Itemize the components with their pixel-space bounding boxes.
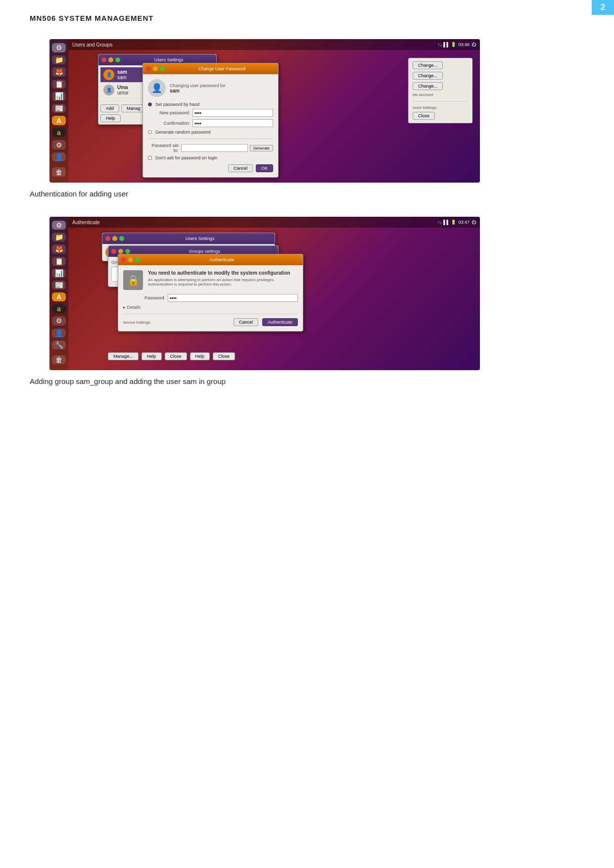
close-btn-gs[interactable] — [111, 249, 116, 254]
taskbar-icon-system[interactable]: ⚙ — [52, 140, 66, 149]
help-button-2[interactable]: Help — [142, 352, 162, 360]
auth-lock-icon: 🔒 — [123, 270, 143, 290]
user-info-sam: sam sam — [117, 69, 127, 80]
help-button-3[interactable]: Help — [190, 352, 210, 360]
top-bar-right-2: ↑↓ ▌▌ 🔋 03:47 ⏻ — [438, 220, 476, 225]
password-set-to-input[interactable] — [181, 144, 248, 152]
manage-groups-button[interactable]: Manage... — [108, 352, 139, 360]
new-password-input[interactable] — [192, 109, 273, 117]
set-by-hand-row: Set password by hand — [148, 102, 273, 107]
cancel-button-pwd[interactable]: Cancel — [228, 164, 253, 172]
change-button-1[interactable]: Change... — [413, 61, 443, 69]
min-btn-us2[interactable] — [112, 236, 117, 241]
confirmation-input[interactable] — [192, 119, 273, 127]
changing-for-user: sam — [170, 88, 227, 94]
taskbar-icon-spreadsheet[interactable]: 📊 — [52, 92, 66, 101]
max-btn-pwd[interactable] — [160, 66, 165, 71]
top-bar-title-1: Users and Groups — [72, 42, 112, 48]
groups-window-title: Groups settings — [134, 249, 275, 254]
change-pwd-body: 👤 Changing user password for: sam Set pa… — [143, 74, 278, 177]
min-btn-gs[interactable] — [118, 249, 123, 254]
taskbar-icon-settings[interactable]: ⚙ — [52, 43, 66, 52]
avatar-sam: 👤 — [103, 69, 114, 80]
change-row-1: Change... — [413, 61, 468, 69]
taskbar-icon-files[interactable]: 📁 — [52, 55, 66, 65]
taskbar2-icon-spreadsheet[interactable]: 📊 — [52, 269, 66, 278]
generate-random-label: Generate random password — [155, 130, 211, 135]
username-uma: Uma — [117, 85, 129, 90]
close-btn-auth[interactable] — [121, 257, 126, 262]
close-btn-pwd[interactable] — [146, 66, 151, 71]
change-password-dialog[interactable]: Change User Password 👤 Changing user pas… — [142, 63, 279, 178]
change-button-3[interactable]: Change... — [413, 82, 443, 90]
close-button-2[interactable]: Close — [165, 352, 187, 360]
auth-password-input[interactable] — [168, 294, 298, 302]
authenticate-body: 🔒 You need to authenticate to modify the… — [118, 265, 303, 331]
taskbar2-icon-settings[interactable]: ⚙ — [52, 221, 66, 230]
taskbar2-icon-trash[interactable]: 🗑 — [52, 355, 66, 364]
taskbar2-icon-docs[interactable]: 📰 — [52, 281, 66, 289]
authenticate-titlebar: Authenticate — [118, 254, 303, 265]
user-info-uma: Uma umor — [117, 85, 129, 96]
close-btn-us2[interactable] — [105, 236, 110, 241]
usersubtitle-sam: sam — [117, 75, 127, 80]
taskbar2-icon-extra[interactable]: 🔧 — [52, 340, 66, 349]
page-number: 2 — [592, 0, 614, 15]
taskbar-2: ⚙ 📁 🦊 📋 📊 📰 A a ⚙ 👤 🔧 🗑 — [49, 217, 68, 370]
max-btn-auth[interactable] — [135, 257, 140, 262]
min-btn-ug[interactable] — [108, 57, 113, 62]
close-button-right[interactable]: Close — [413, 112, 435, 120]
taskbar2-icon-notes[interactable]: 📋 — [52, 257, 66, 266]
min-btn-auth[interactable] — [128, 257, 133, 262]
max-btn-ug[interactable] — [115, 57, 120, 62]
taskbar-icon-browser[interactable]: 🦊 — [52, 67, 66, 77]
auth-buttons: lanced Settings Cancel Authenticate — [123, 318, 298, 326]
auth-cancel-button[interactable]: Cancel — [234, 318, 258, 326]
min-btn-pwd[interactable] — [153, 66, 158, 71]
close-btn-ug[interactable] — [101, 57, 106, 62]
disable-account-label: ble Account — [413, 93, 468, 97]
top-bar-time-1: 03:46 — [458, 42, 470, 47]
dont-ask-checkbox[interactable] — [148, 156, 152, 160]
taskbar-icon-amazon[interactable]: a — [52, 128, 66, 138]
set-by-hand-radio[interactable] — [148, 102, 152, 106]
taskbar2-icon-fonts[interactable]: A — [52, 292, 66, 301]
taskbar-icon-fonts[interactable]: A — [52, 116, 66, 125]
auth-password-label: Password: — [123, 295, 168, 300]
taskbar-icon-notes[interactable]: 📋 — [52, 80, 66, 89]
auth-text-block: You need to authenticate to modify the s… — [148, 270, 298, 287]
section-2: ⚙ 📁 🦊 📋 📊 📰 A a ⚙ 👤 🔧 🗑 Authenticate ↑↓ … — [0, 208, 614, 395]
taskbar-icon-docs[interactable]: 📰 — [52, 104, 66, 113]
authenticate-button[interactable]: Authenticate — [262, 318, 298, 326]
max-btn-gs[interactable] — [125, 249, 130, 254]
generate-button[interactable]: Generate — [250, 145, 273, 151]
taskbar2-icon-users[interactable]: 👤 — [52, 329, 66, 338]
help-button[interactable]: Help — [100, 114, 121, 122]
taskbar-icon-users[interactable]: 👤 — [52, 152, 66, 162]
top-bar-icons-2: ↑↓ ▌▌ 🔋 — [438, 220, 457, 225]
taskbar-icon-trash[interactable]: 🗑 — [52, 167, 66, 177]
taskbar2-icon-browser[interactable]: 🦊 — [52, 244, 66, 253]
right-change-panel: Change... Change... Change... ble Accoun… — [408, 58, 472, 123]
max-btn-us2[interactable] — [119, 236, 124, 241]
taskbar2-icon-files[interactable]: 📁 — [52, 233, 66, 241]
bottom-actions: Manage... Help Close Help Close — [108, 352, 235, 360]
auth-details[interactable]: ▸ Details — [123, 305, 298, 310]
ok-button-pwd[interactable]: OK — [256, 164, 273, 172]
taskbar2-icon-system[interactable]: ⚙ — [52, 316, 66, 325]
dont-ask-row: Don't ask for password on login — [148, 155, 273, 160]
change-pwd-title: Change User Password — [169, 66, 275, 71]
generate-radio[interactable] — [148, 130, 152, 134]
pwd-header-row: 👤 Changing user password for: sam — [148, 79, 273, 97]
add-user-button[interactable]: Add — [100, 104, 119, 112]
auth-header-row: 🔒 You need to authenticate to modify the… — [123, 270, 298, 290]
authenticate-dialog[interactable]: Authenticate 🔒 You need to authenticate … — [118, 254, 303, 332]
change-button-2[interactable]: Change... — [413, 72, 443, 80]
top-bar-power-2: ⏻ — [472, 220, 476, 225]
usersubtitle-uma: umor — [117, 90, 129, 96]
password-set-to-row: Password set to: Generate — [148, 143, 273, 153]
close-button-3[interactable]: Close — [213, 352, 235, 360]
taskbar2-icon-amazon[interactable]: a — [52, 304, 66, 313]
avatar-uma: 👤 — [103, 85, 114, 96]
confirmation-row: Confirmation: — [148, 119, 273, 127]
